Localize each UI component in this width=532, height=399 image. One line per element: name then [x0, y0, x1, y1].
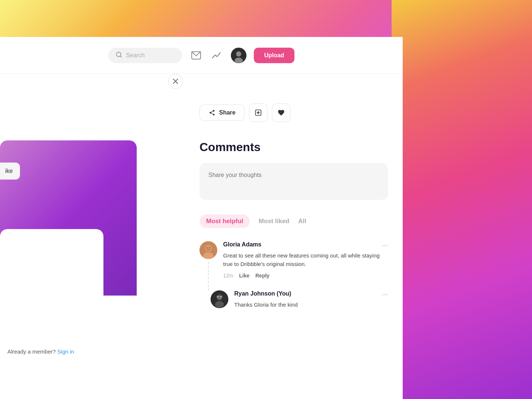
- mail-icon[interactable]: [190, 49, 203, 62]
- close-button[interactable]: [168, 74, 183, 89]
- content-area: Share Comments Most helpful Most liked A…: [177, 74, 403, 399]
- svg-line-1: [120, 56, 121, 57]
- comment-item: Gloria Adams ··· Great to see all these …: [200, 241, 388, 279]
- svg-point-19: [215, 301, 224, 308]
- add-button[interactable]: [249, 103, 267, 122]
- white-card-overlap: [0, 229, 103, 310]
- filter-most-liked[interactable]: Most liked: [259, 215, 289, 228]
- filter-most-helpful[interactable]: Most helpful: [200, 215, 250, 228]
- commenter-name: Gloria Adams: [223, 241, 261, 248]
- comment-body-gloria: Gloria Adams ··· Great to see all these …: [223, 241, 388, 279]
- comment-header: Gloria Adams ···: [223, 241, 388, 249]
- svg-point-21: [221, 296, 221, 297]
- comment-avatar-ryan: [211, 290, 228, 308]
- comments-title: Comments: [200, 140, 388, 154]
- comment-header: Ryan Johnson (You) ···: [234, 290, 388, 298]
- commenter-name: Ryan Johnson (You): [234, 290, 291, 297]
- comment-item: Ryan Johnson (You) ··· Thanks Gloria for…: [200, 290, 388, 314]
- share-label: Share: [219, 109, 235, 116]
- share-button[interactable]: Share: [200, 105, 245, 121]
- comment-more-options[interactable]: ···: [382, 241, 388, 249]
- search-bar[interactable]: Search: [108, 48, 182, 63]
- comment-body-ryan: Ryan Johnson (You) ··· Thanks Gloria for…: [234, 290, 388, 314]
- search-icon: [116, 51, 122, 59]
- comment-actions: 12m Like Reply: [223, 273, 388, 279]
- comment-input[interactable]: [200, 163, 388, 200]
- comment-avatar-gloria: [200, 241, 217, 259]
- comment-more-options[interactable]: ···: [382, 290, 388, 298]
- upload-button[interactable]: Upload: [254, 48, 294, 63]
- signin-partial: Already a member? Sign in: [0, 341, 82, 362]
- action-row: Share: [200, 103, 388, 122]
- svg-point-14: [206, 246, 211, 251]
- user-avatar-nav[interactable]: [231, 48, 246, 63]
- reply-action[interactable]: Reply: [255, 273, 269, 279]
- search-placeholder: Search: [126, 52, 145, 59]
- filter-tabs: Most helpful Most liked All: [200, 215, 388, 228]
- heart-button[interactable]: [272, 103, 290, 122]
- comment-text: Great to see all these new features comi…: [223, 252, 388, 268]
- header: Search Upload: [0, 37, 403, 74]
- thread-line: [208, 262, 209, 290]
- svg-point-15: [207, 248, 207, 248]
- svg-point-4: [236, 51, 241, 57]
- signin-text: Already a member?: [7, 348, 56, 355]
- filter-all[interactable]: All: [298, 215, 306, 228]
- comment-text: Thanks Gloria for the kind: [234, 301, 388, 309]
- background-gradient-right: [392, 0, 532, 399]
- svg-point-20: [218, 296, 218, 297]
- like-action[interactable]: Like: [239, 273, 249, 279]
- comment-time: 12m: [223, 273, 233, 279]
- signin-link[interactable]: Sign in: [57, 348, 74, 355]
- svg-point-16: [209, 248, 210, 248]
- analytics-icon[interactable]: [210, 49, 224, 62]
- like-partial-button[interactable]: ike: [0, 163, 20, 180]
